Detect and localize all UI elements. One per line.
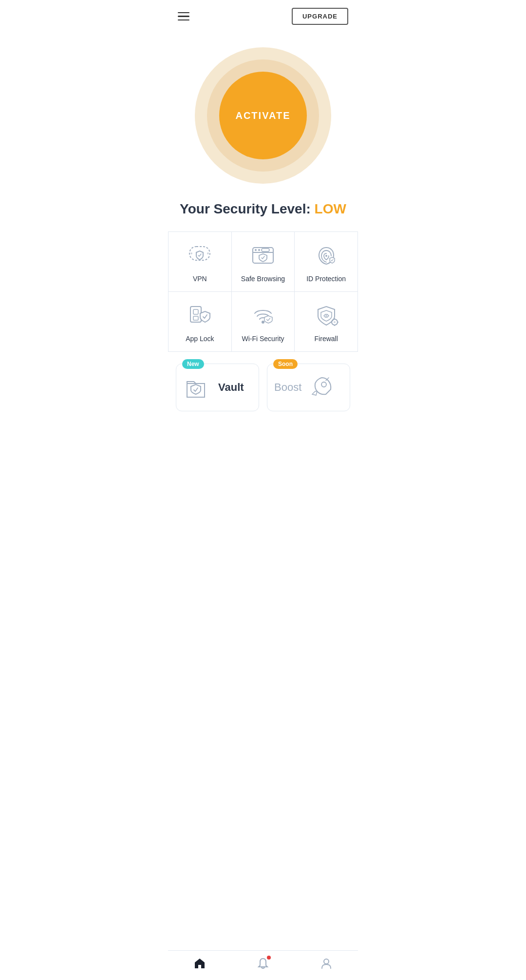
grid-row-2: App Lock Wi-Fi Security <box>169 292 358 352</box>
svg-rect-10 <box>193 309 198 314</box>
circle-outer: ACTIVATE <box>195 47 331 184</box>
feature-safe-browsing[interactable]: Safe Browsing <box>232 232 295 291</box>
app-lock-icon <box>187 303 213 329</box>
feature-wifi-security[interactable]: Wi-Fi Security <box>232 292 295 351</box>
svg-point-12 <box>262 321 264 324</box>
security-level-text: Your Security Level: LOW <box>180 201 346 216</box>
feature-id-protection[interactable]: ID Protection <box>295 232 358 291</box>
svg-rect-11 <box>193 316 198 320</box>
security-level-section: Your Security Level: LOW <box>168 193 358 231</box>
firewall-label: Firewall <box>315 335 338 343</box>
svg-rect-0 <box>189 247 210 260</box>
svg-point-15 <box>334 321 336 323</box>
cards-section: New Vault Soon Boost <box>168 352 358 423</box>
feature-grid: VPN Safe Browsing <box>168 231 358 352</box>
safe-browsing-label: Safe Browsing <box>241 275 285 283</box>
app-lock-label: App Lock <box>186 335 214 343</box>
boost-rocket-icon <box>307 373 337 402</box>
boost-label: Boost <box>274 381 301 394</box>
id-protection-icon <box>313 243 339 269</box>
svg-point-20 <box>321 382 326 387</box>
vpn-label: VPN <box>193 275 207 283</box>
svg-point-13 <box>325 315 327 317</box>
circle-mid: ACTIVATE <box>207 59 319 172</box>
feature-firewall[interactable]: Firewall <box>295 292 358 351</box>
safe-browsing-icon <box>250 243 276 269</box>
vault-label: Vault <box>218 381 244 394</box>
grid-row-1: VPN Safe Browsing <box>169 232 358 292</box>
vault-icon <box>183 373 212 402</box>
vpn-icon <box>187 243 213 269</box>
menu-button[interactable] <box>178 12 189 21</box>
svg-point-1 <box>190 252 192 254</box>
boost-card[interactable]: Soon Boost <box>267 364 350 411</box>
wifi-security-label: Wi-Fi Security <box>242 335 284 343</box>
activate-section: ACTIVATE <box>168 33 358 193</box>
svg-rect-7 <box>262 249 269 251</box>
svg-point-2 <box>207 252 209 254</box>
firewall-icon <box>313 303 339 329</box>
upgrade-button[interactable]: UPGRADE <box>292 8 348 25</box>
activate-button[interactable]: ACTIVATE <box>219 72 307 159</box>
header: UPGRADE <box>168 0 358 33</box>
id-protection-label: ID Protection <box>306 275 346 283</box>
vault-card[interactable]: New Vault <box>176 364 259 411</box>
vault-badge: New <box>182 359 204 369</box>
svg-point-5 <box>255 249 257 251</box>
wifi-security-icon <box>250 303 276 329</box>
feature-app-lock[interactable]: App Lock <box>169 292 232 351</box>
svg-point-8 <box>325 255 327 257</box>
svg-point-6 <box>258 249 260 251</box>
feature-vpn[interactable]: VPN <box>169 232 232 291</box>
boost-badge: Soon <box>273 359 298 369</box>
